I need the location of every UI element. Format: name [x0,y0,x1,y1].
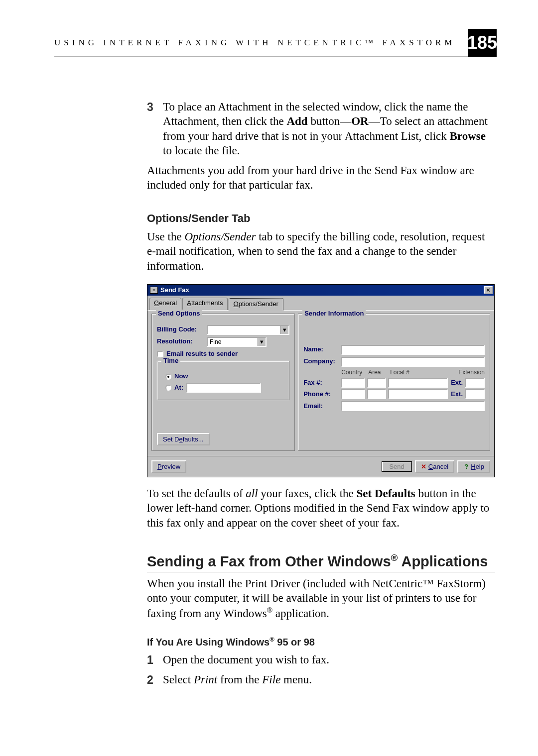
label-email: Email: [303,402,341,411]
close-icon: ✕ [421,463,427,470]
company-input[interactable] [341,357,485,367]
text: If You Are Using Windows [147,637,269,648]
phone-local-input[interactable] [388,389,448,399]
italic-print: Print [194,673,217,686]
name-input[interactable] [341,345,485,355]
italic-file: File [262,673,280,686]
registered-mark: ® [267,606,272,614]
header-rule [54,56,468,57]
fax-ext-input[interactable] [465,378,485,388]
text: Use the [147,230,184,243]
tab-attachments[interactable]: Attachments [182,298,227,310]
radio-at[interactable]: At: [165,383,284,393]
resolution-combo[interactable]: Fine ▾ [207,337,267,347]
label-fax: Fax #: [303,379,341,387]
step-number: 3 [147,100,153,114]
radio-now[interactable]: Now [165,372,284,381]
step-2: 2 Select Print from the File menu. [147,672,495,687]
label-fax-ext: Ext. [451,379,463,387]
phone-column-headers: Country Area Local # Extension [341,369,485,376]
step-number: 1 [147,653,153,667]
dialog-footer: Preview Send ✕Cancel ?Help [147,456,494,477]
text: menu. [280,673,312,686]
step3-text: To place an Attachment in the selected w… [163,101,488,157]
paragraph-install-driver: When you install the Print Driver (inclu… [147,576,495,621]
italic-all: all [246,487,258,500]
fax-local-input[interactable] [388,378,448,388]
page-number: 185 [468,29,497,57]
phone-area-input[interactable] [367,389,386,399]
dialog-titlebar: ≡ Send Fax × [147,285,494,296]
paragraph-attachments-note: Attachments you add from your hard drive… [147,163,495,193]
col-country: Country [341,369,365,376]
app-icon: ≡ [150,287,158,294]
group-time: Time Now At: [157,361,289,400]
heading-sending-fax-other: Sending a Fax from Other Windows® Applic… [147,552,495,571]
text: application. [272,607,329,620]
group-send-options: Send Options Billing Code: ▾ Resolution:… [151,314,295,451]
paragraph-set-defaults: To set the defaults of all your faxes, c… [147,486,495,530]
registered-mark: ® [269,636,274,643]
step-1: 1 Open the document you wish to fax. [147,652,495,667]
legend-send-options: Send Options [156,310,202,318]
label-phone: Phone #: [303,390,341,399]
tab-options-sender[interactable]: Options/Sender [229,298,283,311]
heading-options-sender: Options/Sender Tab [147,212,495,225]
help-icon: ? [463,463,469,470]
step1-text: Open the document you wish to fax. [163,653,329,666]
page-header: USING INTERNET FAXING WITH NETCENTRIC™ F… [54,29,497,57]
send-button[interactable]: Send [382,461,411,472]
checkbox-box [157,351,163,357]
fax-area-input[interactable] [367,378,386,388]
tab-row: General Attachments Options/Sender [147,296,494,310]
label-billing-code: Billing Code: [157,325,207,334]
chevron-down-icon: ▾ [280,326,288,334]
text: Applications [398,553,488,569]
bold-browse: Browse [450,130,486,142]
group-sender-information: Sender Information Name: Company: Countr… [298,314,490,451]
close-button[interactable]: × [484,286,493,294]
body-content: 3 To place an Attachment in the selected… [147,100,495,687]
bold-add: Add [286,115,307,127]
resolution-value: Fine [208,338,258,346]
paragraph-options-desc: Use the Options/Sender tab to specify th… [147,229,495,273]
heading-if-using-windows: If You Are Using Windows® 95 or 98 [147,636,495,648]
fax-country-input[interactable] [341,378,365,388]
send-fax-dialog: ≡ Send Fax × General Attachments Options… [147,284,495,477]
registered-mark: ® [391,552,398,563]
chevron-down-icon: ▾ [258,338,266,346]
label-now: Now [174,372,188,381]
tab-general[interactable]: General [149,298,181,310]
col-extension: Extension [453,369,485,376]
text: Sending a Fax from Other Windows [147,553,391,569]
running-head: USING INTERNET FAXING WITH NETCENTRIC™ F… [54,38,468,48]
step2-text: Select Print from the File menu. [163,673,312,686]
text: Select [163,673,194,686]
phone-ext-input[interactable] [465,389,485,399]
text: 95 or 98 [274,637,315,648]
bold-or: OR [351,115,369,127]
label-company: Company: [303,357,341,366]
italic-options-sender: Options/Sender [184,230,256,243]
label-phone-ext: Ext. [451,390,463,399]
at-time-input[interactable] [186,383,261,393]
legend-time: Time [161,357,180,365]
phone-country-input[interactable] [341,389,365,399]
label-at: At: [174,384,183,392]
label-name: Name: [303,345,341,354]
preview-button[interactable]: Preview [151,460,186,473]
billing-code-combo[interactable]: ▾ [207,325,289,335]
bold-set-defaults: Set Defaults [357,487,415,500]
help-button[interactable]: ?Help [457,460,490,473]
col-local: Local # [390,369,450,376]
legend-sender-info: Sender Information [302,310,366,318]
tab-body: Send Options Billing Code: ▾ Resolution:… [147,310,494,456]
set-defaults-button[interactable]: Set Defaults... [157,433,210,445]
step-3: 3 To place an Attachment in the selected… [147,100,495,158]
text: to locate the file. [163,144,240,157]
col-area: Area [368,369,387,376]
text: from the [217,673,262,686]
cancel-button[interactable]: ✕Cancel [415,460,454,473]
email-input[interactable] [341,401,485,411]
label-resolution: Resolution: [157,337,207,346]
